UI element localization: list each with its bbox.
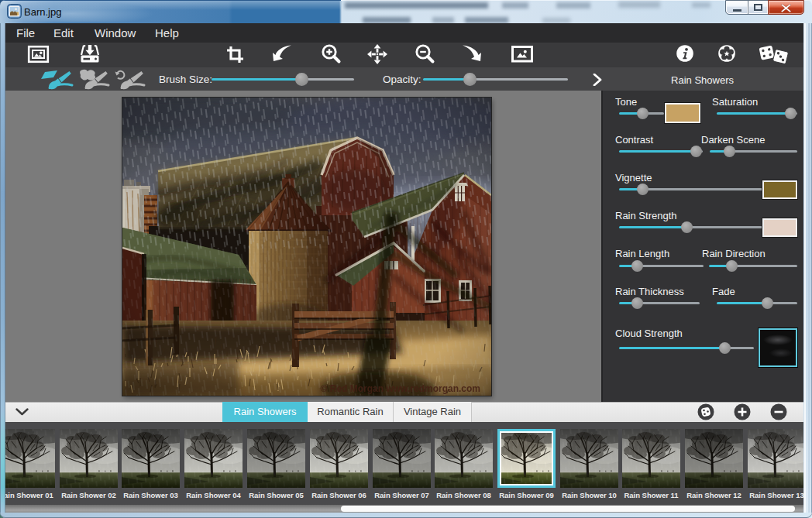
svg-text:© Red Morgan www.redmorgan.co: © Red Morgan www.redmorgan.com	[321, 383, 480, 394]
